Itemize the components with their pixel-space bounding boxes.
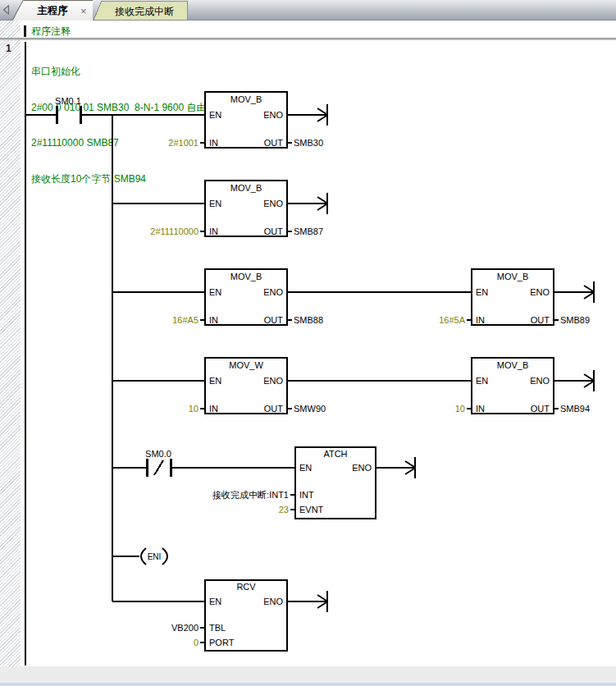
pin-tbl: TBL (209, 623, 226, 633)
box-mov-b-smb88[interactable]: MOV_B EN ENO IN OUT 16#A5 SMB88 (172, 269, 323, 325)
pin-eno: ENO (530, 376, 550, 386)
operand-out-value[interactable]: SMB89 (560, 315, 590, 325)
pin-out: OUT (531, 404, 550, 414)
pin-in: IN (476, 315, 485, 325)
pin-eno: ENO (530, 287, 550, 297)
pin-eno: ENO (263, 376, 283, 386)
pin-port: PORT (209, 638, 235, 647)
pin-en: EN (476, 287, 488, 297)
contact-sm0-1[interactable]: SM0.1 (55, 96, 81, 124)
box-title[interactable]: MOV_B (497, 272, 529, 281)
operand-out-value[interactable]: SMB30 (294, 138, 323, 148)
operand-out-value[interactable]: SMB94 (560, 404, 590, 414)
pin-int: INT (299, 490, 314, 500)
pin-en: EN (476, 376, 488, 386)
rung-2: MOV_B EN ENO IN OUT 2#11110000 SMB87 (112, 181, 327, 236)
pin-in: IN (209, 404, 218, 414)
operand-in-value[interactable]: 2#11110000 (150, 226, 198, 236)
operand-in-value[interactable]: 2#1001 (168, 138, 198, 148)
operand-out-value[interactable]: SMW90 (294, 404, 326, 414)
box-title[interactable]: MOV_B (230, 272, 262, 281)
pin-in: IN (476, 404, 485, 414)
coil-right-paren (162, 548, 167, 565)
box-mov-w-smw90[interactable]: MOV_W EN ENO IN OUT 10 SMW90 (189, 358, 326, 414)
coil-label[interactable]: ENI (148, 552, 162, 561)
coil-left-paren (141, 548, 146, 565)
box-atch[interactable]: ATCH EN ENO INT EVNT 接收完成中断:INT1 23 (212, 447, 376, 519)
pin-out: OUT (264, 138, 284, 148)
pin-eno: ENO (263, 199, 283, 208)
pin-eno: ENO (263, 287, 283, 297)
operand-tbl-value[interactable]: VB200 (171, 623, 198, 633)
contact-sm0-0[interactable]: SM0.0 (145, 449, 171, 477)
rung-1: SM0.1 MOV_B EN ENO IN OUT 2#1001 SMB30 (25, 92, 327, 148)
pin-eno: ENO (263, 110, 283, 120)
coil-eni[interactable]: ENI (141, 548, 167, 565)
operand-port-value[interactable]: 0 (194, 638, 198, 647)
box-title[interactable]: RCV (236, 582, 256, 592)
operand-in-value[interactable]: 10 (189, 404, 198, 414)
contact-operand[interactable]: SM0.1 (55, 96, 81, 106)
contact-operand[interactable]: SM0.0 (145, 449, 171, 459)
pin-out: OUT (264, 404, 284, 414)
box-title[interactable]: MOV_B (497, 360, 529, 370)
operand-in-value[interactable]: 16#5A (439, 315, 465, 325)
box-mov-b-smb94[interactable]: MOV_B EN ENO IN OUT 10 SMB94 (455, 358, 590, 414)
horizontal-scrollbar-track[interactable] (0, 666, 616, 683)
pin-out: OUT (264, 315, 284, 325)
box-rcv[interactable]: RCV EN ENO TBL PORT VB200 0 (171, 580, 287, 651)
operand-int-value[interactable]: 接收完成中断:INT1 (212, 490, 289, 500)
pin-out: OUT (264, 226, 284, 236)
pin-eno: ENO (263, 597, 283, 606)
pin-en: EN (209, 199, 221, 208)
operand-out-value[interactable]: SMB88 (294, 315, 323, 325)
pin-in: IN (209, 138, 218, 148)
pin-evnt: EVNT (299, 505, 324, 514)
box-mov-b-smb87[interactable]: MOV_B EN ENO IN OUT 2#11110000 SMB87 (150, 181, 323, 236)
box-title[interactable]: MOV_B (230, 183, 262, 193)
pin-en: EN (209, 287, 221, 297)
box-title[interactable]: ATCH (323, 449, 347, 459)
pin-en: EN (299, 463, 312, 473)
rung-7: RCV EN ENO TBL PORT VB200 0 (112, 580, 327, 651)
box-title[interactable]: MOV_B (230, 94, 262, 104)
pin-en: EN (209, 597, 221, 606)
rung-5: SM0.0 ATCH EN ENO INT EVNT 接收完成中断:INT1 2… (112, 447, 415, 519)
rung-4: MOV_W EN ENO IN OUT 10 SMW90 MOV_B EN EN… (112, 358, 594, 414)
operand-evnt-value[interactable]: 23 (279, 505, 289, 514)
window-bottom-edge (0, 683, 616, 686)
ladder-diagram: SM0.1 MOV_B EN ENO IN OUT 2#1001 SMB30 M… (0, 0, 616, 666)
rung-3: MOV_B EN ENO IN OUT 16#A5 SMB88 MOV_B EN… (112, 269, 594, 325)
pin-in: IN (209, 226, 218, 236)
pin-en: EN (209, 110, 221, 120)
pin-out: OUT (531, 315, 550, 325)
box-mov-b-smb89[interactable]: MOV_B EN ENO IN OUT 16#5A SMB89 (439, 269, 590, 325)
box-title[interactable]: MOV_W (229, 360, 263, 370)
pin-en: EN (209, 376, 221, 386)
pin-in: IN (209, 315, 218, 325)
rung-6: ENI (112, 548, 167, 565)
contact-nc-slash (154, 460, 163, 475)
operand-out-value[interactable]: SMB87 (294, 226, 323, 236)
operand-in-value[interactable]: 16#A5 (172, 315, 198, 325)
pin-eno: ENO (352, 463, 372, 473)
operand-in-value[interactable]: 10 (455, 404, 465, 414)
box-mov-b-smb30[interactable]: MOV_B EN ENO IN OUT 2#1001 SMB30 (168, 92, 323, 148)
